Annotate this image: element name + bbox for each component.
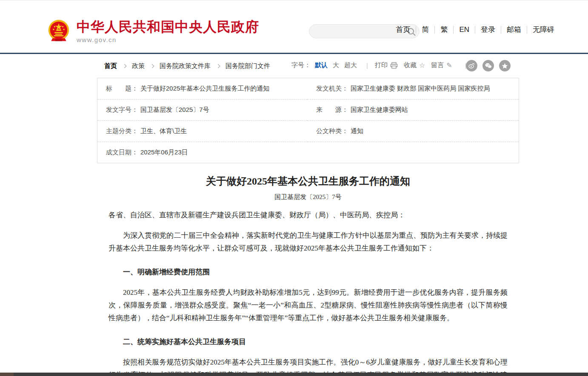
bottom-edge-bar xyxy=(0,373,588,376)
nav-accessibility[interactable]: 无障碍 xyxy=(527,26,560,34)
meta-doc-number-value: 国卫基层发〔2025〕7号 xyxy=(140,106,209,114)
section-1-heading: 一、明确新增经费使用范围 xyxy=(108,266,508,279)
nav-simplified[interactable]: 简 xyxy=(416,26,434,34)
document-metadata-box: 标 题： 关于做好2025年基本公共卫生服务工作的通知 发文机关： 国家卫生健康… xyxy=(97,78,519,163)
breadcrumb-department-docs[interactable]: 国务院部门文件 xyxy=(225,62,270,70)
qzone-star-icon xyxy=(502,63,508,69)
meta-title-value: 关于做好2025年基本公共卫生服务工作的通知 xyxy=(140,85,269,93)
breadcrumb-policy[interactable]: 政策 xyxy=(132,62,145,70)
salutation-paragraph: 各省、自治区、直辖市及新疆生产建设兵团卫生健康委、财政厅（局）、中医药局、疾控局… xyxy=(108,209,508,222)
print-button[interactable]: 打印 xyxy=(375,61,398,69)
breadcrumb: 首页 政策 国务院政策文件库 国务院部门文件 xyxy=(104,62,270,70)
star-icon: ☆ xyxy=(419,61,425,69)
meta-doc-type-value: 通知 xyxy=(351,127,363,135)
meta-date-label: 成文日期： xyxy=(106,148,138,157)
section-2-heading: 二、统筹实施好基本公共卫生服务项目 xyxy=(108,336,508,348)
article-title: 关于做好2025年基本公共卫生服务工作的通知 xyxy=(108,174,508,188)
nav-login[interactable]: 登录 xyxy=(475,26,501,34)
nav-english[interactable]: EN xyxy=(453,26,475,34)
favorite-button[interactable]: 收藏 ☆ xyxy=(404,61,425,69)
meta-date-cell: 成文日期： 2025年06月23日 xyxy=(97,142,308,163)
breadcrumb-home[interactable]: 首页 xyxy=(104,62,117,70)
bottom-edge-segment xyxy=(0,373,14,376)
comment-button[interactable]: 留言 ✎ xyxy=(431,61,452,69)
meta-issuing-agency-value: 国家卫生健康委 财政部 国家中医药局 国家疾控局 xyxy=(351,85,490,93)
font-size-default-button[interactable]: 默认 xyxy=(315,61,328,69)
meta-doc-number-label: 发文字号： xyxy=(106,106,138,114)
section-1-paragraph: 2025年，基本公共卫生服务经费人均财政补助标准增加5元，达到99元。新增经费用… xyxy=(108,286,508,325)
chevron-right-icon xyxy=(150,64,154,68)
nav-traditional[interactable]: 繁 xyxy=(434,26,453,34)
share-weibo-button[interactable] xyxy=(466,60,477,71)
meta-title-cell: 标 题： 关于做好2025年基本公共卫生服务工作的通知 xyxy=(97,78,308,100)
article-body: 各省、自治区、直辖市及新疆生产建设兵团卫生健康委、财政厅（局）、中医药局、疾控局… xyxy=(108,209,508,376)
meta-issuing-agency-label: 发文机关： xyxy=(316,85,348,93)
intro-paragraph: 为深入贯彻党的二十届三中全会精神，落实新时代党的卫生与健康工作方针中以基层为重点… xyxy=(108,229,508,255)
document-article: 关于做好2025年基本公共卫生服务工作的通知 国卫基层发〔2025〕7号 各省、… xyxy=(97,174,519,376)
weibo-icon xyxy=(468,63,475,68)
printer-icon xyxy=(390,62,398,69)
nav-home[interactable]: 首页 xyxy=(390,26,416,34)
meta-doc-type-cell: 公文种类： 通知 xyxy=(308,121,519,142)
top-nav: 首页 简 繁 EN 登录 邮箱 无障碍 xyxy=(390,26,560,34)
meta-empty-cell xyxy=(308,142,519,163)
meta-topic-category-value: 卫生、体育\卫生 xyxy=(140,127,187,135)
font-size-xlarge-button[interactable]: 超大 xyxy=(344,61,357,69)
share-buttons xyxy=(466,60,516,71)
meta-topic-category-label: 主题分类： xyxy=(106,127,138,135)
meta-doc-type-label: 公文种类： xyxy=(316,127,348,135)
meta-source-cell: 来 源： 国家卫生健康委网站 xyxy=(308,100,519,121)
chevron-right-icon xyxy=(216,64,220,68)
nav-mail[interactable]: 邮箱 xyxy=(501,26,527,34)
share-qzone-button[interactable] xyxy=(499,60,511,71)
site-url: www.gov.cn xyxy=(77,36,259,43)
national-emblem-icon xyxy=(48,19,70,44)
font-size-label: 字号： xyxy=(291,61,311,69)
share-wechat-button[interactable] xyxy=(482,60,494,71)
meta-date-value: 2025年06月23日 xyxy=(140,148,188,157)
font-size-large-button[interactable]: 大 xyxy=(333,61,339,69)
breadcrumb-policy-library[interactable]: 国务院政策文件库 xyxy=(160,62,211,70)
site-header: 中华人民共和国中央人民政府 www.gov.cn 首页 简 繁 EN 登录 邮箱… xyxy=(0,0,588,54)
pencil-icon: ✎ xyxy=(446,61,452,69)
site-title: 中华人民共和国中央人民政府 xyxy=(77,19,259,34)
meta-source-label: 来 源： xyxy=(316,106,348,114)
document-toolbar: 字号： 默认 大 超大 | 打印 收藏 ☆ 留言 ✎ | xyxy=(291,61,474,69)
meta-doc-number-cell: 发文字号： 国卫基层发〔2025〕7号 xyxy=(97,100,308,121)
meta-issuing-agency-cell: 发文机关： 国家卫生健康委 财政部 国家中医药局 国家疾控局 xyxy=(308,78,519,100)
meta-title-label: 标 题： xyxy=(106,85,138,93)
meta-source-value: 国家卫生健康委网站 xyxy=(351,106,408,114)
meta-topic-category-cell: 主题分类： 卫生、体育\卫生 xyxy=(97,121,308,142)
chevron-right-icon xyxy=(123,64,127,68)
site-logo[interactable]: 中华人民共和国中央人民政府 www.gov.cn xyxy=(48,19,259,44)
toolbar-divider: | xyxy=(366,62,368,69)
wechat-icon xyxy=(485,63,492,68)
article-doc-number: 国卫基层发〔2025〕7号 xyxy=(108,193,508,201)
breadcrumb-toolbar-row: 首页 政策 国务院政策文件库 国务院部门文件 字号： 默认 大 超大 | 打印 … xyxy=(0,54,588,78)
